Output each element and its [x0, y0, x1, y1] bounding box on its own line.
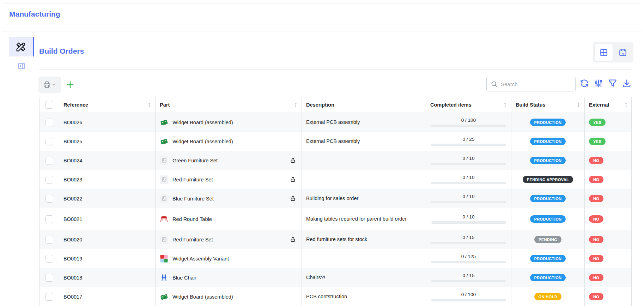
- table-row[interactable]: BO0025 Widget Board (assembled) External…: [40, 132, 631, 151]
- row-checkbox-cell: [40, 132, 59, 151]
- table-row[interactable]: BO0022 Blue Furniture Set Building for s…: [40, 189, 631, 208]
- download-button[interactable]: [622, 78, 632, 89]
- completed-items-cell: 0 / 100: [426, 113, 511, 132]
- row-checkbox[interactable]: [45, 274, 53, 282]
- progress-bar: [431, 163, 506, 165]
- sort-icon: [624, 102, 629, 108]
- progress-bar: [431, 182, 506, 184]
- row-checkbox-cell: [40, 249, 59, 268]
- description-cell: PCB contstruction: [302, 287, 426, 306]
- description-label: PCB contstruction: [306, 293, 347, 300]
- row-checkbox[interactable]: [45, 176, 53, 184]
- description-cell: Red furniture sets for stock: [302, 230, 426, 249]
- row-checkbox[interactable]: [45, 293, 53, 301]
- sidebar-expand-button[interactable]: [9, 59, 34, 73]
- table-options-button[interactable]: [594, 78, 604, 89]
- search-input[interactable]: [501, 81, 568, 87]
- reference-label: BO0022: [63, 196, 82, 202]
- row-checkbox[interactable]: [45, 119, 53, 126]
- completed-count-label: 0 / 15: [463, 235, 475, 240]
- column-header-build-status[interactable]: Build Status: [511, 97, 584, 113]
- table-row[interactable]: BO0018 Blue Chair Chairs?! 0 / 15 PRODUC…: [40, 268, 631, 287]
- row-checkbox[interactable]: [45, 138, 53, 145]
- adjustments-sliders-icon: [594, 78, 604, 88]
- part-cell: Widget Board (assembled): [155, 113, 302, 132]
- download-icon: [622, 78, 632, 88]
- description-cell: External PCB assembly: [302, 132, 426, 151]
- row-checkbox-cell: [40, 170, 59, 189]
- row-checkbox[interactable]: [45, 236, 53, 244]
- external-badge: NO: [589, 274, 603, 281]
- search-input-wrapper: [486, 77, 576, 91]
- row-checkbox-cell: [40, 113, 59, 132]
- reference-label: BO0021: [63, 216, 82, 222]
- description-label: Building for sales order: [306, 195, 358, 202]
- lock-icon: [290, 176, 296, 182]
- row-checkbox[interactable]: [45, 195, 53, 203]
- chevron-down-icon: [51, 82, 56, 87]
- sort-icon: [503, 102, 508, 108]
- completed-count-label: 0 / 10: [463, 156, 475, 161]
- app-title: Manufacturing: [9, 10, 60, 18]
- table-row[interactable]: BO0024 Green Furniture Set 0 / 10 PRODUC: [40, 151, 631, 170]
- table-row[interactable]: BO0026 Widget Board (assembled) External…: [40, 113, 631, 132]
- external-cell: YES: [584, 113, 632, 132]
- part-cell: Blue Chair: [155, 268, 302, 287]
- completed-count-label: 0 / 25: [463, 137, 475, 142]
- completed-count-label: 0 / 10: [463, 194, 475, 199]
- column-header-reference[interactable]: Reference: [59, 97, 155, 113]
- filter-button[interactable]: [608, 78, 618, 89]
- part-name-label: Blue Chair: [172, 275, 196, 281]
- sidebar-item-build-orders[interactable]: [9, 37, 34, 56]
- reference-cell: BO0020: [59, 230, 155, 249]
- table-row[interactable]: BO0021 Red Round Table Making tables req…: [40, 208, 631, 230]
- build-status-badge: PRODUCTION: [530, 215, 566, 223]
- part-cell: Red Furniture Set: [155, 170, 302, 189]
- description-label: Red furniture sets for stock: [306, 236, 367, 243]
- build-status-cell: PRODUCTION: [511, 189, 584, 208]
- calendar-icon: [618, 48, 627, 57]
- external-badge: NO: [589, 176, 603, 183]
- reference-label: BO0018: [63, 275, 82, 281]
- table-row[interactable]: BO0023 Red Furniture Set 0 / 10 PENDING: [40, 170, 631, 189]
- external-badge: NO: [589, 236, 603, 243]
- description-cell: [302, 151, 426, 170]
- table-view-button[interactable]: [595, 44, 613, 61]
- external-cell: NO: [584, 268, 632, 287]
- completed-items-cell: 0 / 125: [426, 249, 511, 268]
- column-header-completed-items[interactable]: Completed items: [426, 97, 511, 113]
- refresh-button[interactable]: [579, 78, 590, 89]
- select-all-checkbox[interactable]: [45, 101, 53, 109]
- table-row[interactable]: BO0017 Widget Board (assembled) PCB cont…: [40, 287, 631, 306]
- part-name-label: Widget Board (assembled): [172, 139, 233, 144]
- reference-cell: BO0018: [59, 268, 155, 287]
- table-row[interactable]: BO0020 Red Furniture Set Red furniture s…: [40, 230, 631, 249]
- reference-cell: BO0019: [59, 249, 155, 268]
- add-build-order-button[interactable]: [65, 80, 75, 90]
- table-grid-icon: [599, 48, 608, 57]
- column-header-part[interactable]: Part: [155, 97, 302, 113]
- description-label: External PCB assembly: [306, 138, 360, 145]
- view-toggle-group: [593, 42, 633, 62]
- completed-items-cell: 0 / 10: [426, 170, 511, 189]
- description-label: External PCB assembly: [306, 119, 360, 126]
- completed-items-cell: 0 / 10: [426, 208, 511, 230]
- progress-bar: [431, 242, 506, 244]
- row-checkbox[interactable]: [45, 255, 53, 263]
- variant-grid-thumbnail-icon: [160, 254, 168, 263]
- external-cell: NO: [584, 170, 632, 189]
- row-checkbox-cell: [40, 287, 59, 306]
- build-status-badge: ON HOLD: [534, 293, 562, 300]
- print-button[interactable]: [38, 77, 61, 93]
- description-cell: [302, 249, 426, 268]
- calendar-view-button[interactable]: [614, 44, 632, 61]
- printer-icon: [43, 81, 51, 89]
- table-row[interactable]: BO0019 Widget Assembly Variant 0 / 125 P: [40, 249, 631, 268]
- row-checkbox[interactable]: [45, 157, 53, 164]
- completed-count-label: 0 / 15: [463, 273, 475, 278]
- external-badge: NO: [589, 157, 603, 164]
- build-status-cell: PRODUCTION: [511, 249, 584, 268]
- placeholder-image-icon: [160, 156, 168, 165]
- row-checkbox[interactable]: [45, 215, 53, 223]
- column-header-external[interactable]: External: [584, 97, 632, 113]
